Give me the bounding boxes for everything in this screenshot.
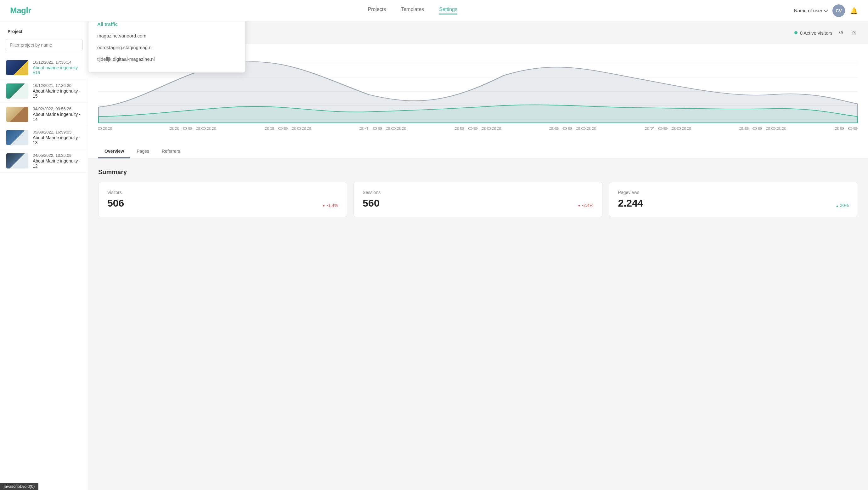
project-name: About Marine ingenuity - 12 — [33, 158, 82, 169]
card-value-row: 2.244 30% — [618, 197, 849, 209]
avatar[interactable]: CV — [832, 4, 845, 17]
nav-templates[interactable]: Templates — [401, 7, 424, 15]
card-label: Sessions — [363, 190, 593, 195]
project-date: 16/12/2021, 17:36:14 — [33, 60, 82, 64]
project-name: About Marine ingenuity - 13 — [33, 135, 82, 145]
svg-text:29-09-2022: 29-09-2022 — [834, 126, 858, 131]
project-thumb — [6, 60, 28, 75]
arrow-down — [322, 203, 326, 208]
content-area: All projects 0 Active visitors ↺ 🖨 — [88, 21, 868, 490]
svg-text:25-09-2022: 25-09-2022 — [455, 126, 502, 131]
arrow-up — [836, 203, 839, 208]
summary-card: Pageviews 2.244 30% — [609, 182, 858, 217]
summary-cards: Visitors 506 -1.4% Sessions 560 -2.4% Pa… — [98, 182, 858, 217]
project-date: 04/02/2022, 09:56:26 — [33, 107, 82, 111]
summary-section: Summary Visitors 506 -1.4% Sessions 560 … — [88, 158, 868, 227]
card-label: Visitors — [107, 190, 338, 195]
page-header-right: 0 Active visitors ↺ 🖨 — [794, 28, 858, 37]
list-item[interactable]: 05/08/2022, 16:59:05 About Marine ingenu… — [0, 126, 88, 149]
project-info: 24/05/2022, 13:35:09 About Marine ingenu… — [33, 153, 82, 169]
svg-text:9-2022: 9-2022 — [98, 126, 113, 131]
svg-text:23-09-2022: 23-09-2022 — [265, 126, 312, 131]
sidebar: Project 16/12/2021, 17:36:14 About marin… — [0, 21, 88, 490]
project-thumb — [6, 83, 28, 98]
svg-text:26-09-2022: 26-09-2022 — [549, 126, 596, 131]
svg-text:22-09-2022: 22-09-2022 — [169, 126, 217, 131]
project-info: 16/12/2021, 17:36:14 About marine ingenu… — [33, 60, 82, 75]
summary-title: Summary — [98, 169, 858, 176]
card-change: -1.4% — [322, 203, 338, 209]
main-nav: Projects Templates Settings — [31, 7, 794, 15]
project-date: 16/12/2021, 17:36:20 — [33, 83, 82, 88]
filter-input-wrap — [0, 39, 88, 56]
project-name: About Marine ingenuity - 14 — [33, 112, 82, 122]
list-item[interactable]: 16/12/2021, 17:36:14 About marine ingenu… — [0, 56, 88, 79]
tab-pages[interactable]: Pages — [130, 145, 155, 158]
summary-card: Visitors 506 -1.4% — [98, 182, 347, 217]
arrow-down — [578, 203, 581, 208]
svg-text:24-09-2022: 24-09-2022 — [359, 126, 406, 131]
chevron-down-icon — [824, 7, 828, 12]
card-value: 506 — [107, 197, 124, 209]
tab-referrers[interactable]: Referrers — [155, 145, 186, 158]
list-item[interactable]: 24/05/2022, 13:35:09 About Marine ingenu… — [0, 149, 88, 173]
dropdown-option-oordstaging[interactable]: oordstaging.stagingmag.nl — [96, 41, 238, 53]
header-right: Name of user CV 🔔 — [794, 4, 858, 17]
active-dot — [794, 31, 798, 34]
dropdown-option-magazine[interactable]: magazine.vanoord.com — [96, 30, 238, 41]
list-item[interactable]: 04/02/2022, 09:56:26 About Marine ingenu… — [0, 103, 88, 126]
nav-projects[interactable]: Projects — [368, 7, 386, 15]
logo[interactable]: Maglr — [10, 6, 31, 16]
dropdown-option-tijdelijk[interactable]: tijdelijk.digitaal-magazine.nl — [96, 53, 238, 65]
svg-text:28-09-2022: 28-09-2022 — [739, 126, 786, 131]
active-visitors: 0 Active visitors — [794, 30, 832, 36]
main-layout: Project 16/12/2021, 17:36:14 About marin… — [0, 21, 868, 490]
project-thumb — [6, 130, 28, 145]
card-value-row: 560 -2.4% — [363, 197, 593, 209]
project-thumb — [6, 153, 28, 169]
card-value: 560 — [363, 197, 379, 209]
tab-bar: Overview Pages Referrers — [88, 145, 868, 158]
tab-overview[interactable]: Overview — [98, 145, 130, 158]
project-info: 16/12/2021, 17:36:20 About Marine ingenu… — [33, 83, 82, 98]
project-date: 05/08/2022, 16:59:05 — [33, 130, 82, 135]
bell-icon[interactable]: 🔔 — [850, 7, 858, 15]
project-name: About marine ingenuity #16 — [33, 65, 82, 75]
card-change: -2.4% — [578, 203, 593, 209]
project-info: 04/02/2022, 09:56:26 About Marine ingenu… — [33, 107, 82, 122]
header: Maglr Projects Templates Settings Name o… — [0, 0, 868, 21]
project-thumb — [6, 107, 28, 122]
project-info: 05/08/2022, 16:59:05 About Marine ingenu… — [33, 130, 82, 145]
card-value: 2.244 — [618, 197, 643, 209]
status-bar: javascript:void(0) — [0, 483, 38, 490]
project-date: 24/05/2022, 13:35:09 — [33, 153, 82, 158]
card-value-row: 506 -1.4% — [107, 197, 338, 209]
project-list: 16/12/2021, 17:36:14 About marine ingenu… — [0, 56, 88, 173]
refresh-button[interactable]: ↺ — [837, 28, 845, 37]
print-button[interactable]: 🖨 — [850, 28, 858, 37]
svg-text:27-09-2022: 27-09-2022 — [644, 126, 692, 131]
summary-card: Sessions 560 -2.4% — [353, 182, 602, 217]
project-name: About Marine ingenuity - 15 — [33, 88, 82, 98]
sidebar-title: Project — [0, 29, 88, 39]
nav-settings[interactable]: Settings — [439, 7, 457, 15]
search-input[interactable] — [5, 39, 83, 51]
user-menu[interactable]: Name of user — [794, 8, 828, 13]
user-name-label: Name of user — [794, 8, 823, 13]
active-visitors-label: 0 Active visitors — [800, 30, 832, 36]
card-label: Pageviews — [618, 190, 849, 195]
card-change: 30% — [836, 203, 849, 209]
list-item[interactable]: 16/12/2021, 17:36:20 About Marine ingenu… — [0, 79, 88, 103]
